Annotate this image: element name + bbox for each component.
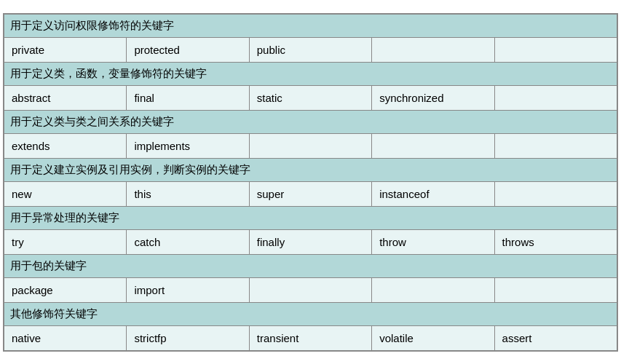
cell-4-0: try: [4, 229, 127, 254]
cell-5-1: import: [127, 277, 249, 302]
section-title-4: 用于异常处理的关键字: [4, 206, 617, 229]
section-title-1: 用于定义类，函数，变量修饰符的关键字: [4, 62, 617, 85]
section-header-5: 用于包的关键字: [4, 254, 617, 277]
cell-2-3: [372, 133, 494, 158]
cell-3-3: instanceof: [372, 181, 494, 206]
cell-1-2: static: [249, 85, 371, 110]
cell-0-2: public: [249, 37, 371, 62]
section-header-3: 用于定义建立实例及引用实例，判断实例的关键字: [4, 158, 617, 181]
cell-6-4: assert: [494, 325, 617, 350]
cell-3-1: this: [127, 181, 249, 206]
section-title-5: 用于包的关键字: [4, 254, 617, 277]
cell-0-3: [372, 37, 494, 62]
cell-6-1: strictfp: [127, 325, 249, 350]
section-data-3: newthissuperinstanceof: [4, 181, 617, 206]
section-title-6: 其他修饰符关键字: [4, 302, 617, 325]
cell-2-1: implements: [127, 133, 249, 158]
cell-4-1: catch: [127, 229, 249, 254]
cell-3-2: super: [249, 181, 371, 206]
cell-0-4: [494, 37, 617, 62]
section-title-0: 用于定义访问权限修饰符的关键字: [4, 14, 617, 37]
cell-2-4: [494, 133, 617, 158]
cell-4-4: throws: [494, 229, 617, 254]
section-data-4: trycatchfinallythrowthrows: [4, 229, 617, 254]
cell-6-0: native: [4, 325, 127, 350]
cell-5-3: [372, 277, 494, 302]
cell-3-0: new: [4, 181, 127, 206]
cell-0-0: private: [4, 37, 127, 62]
cell-5-4: [494, 277, 617, 302]
section-data-1: abstractfinalstaticsynchronized: [4, 85, 617, 110]
cell-4-3: throw: [372, 229, 494, 254]
section-title-2: 用于定义类与类之间关系的关键字: [4, 110, 617, 133]
cell-1-0: abstract: [4, 85, 127, 110]
section-data-2: extendsimplements: [4, 133, 617, 158]
section-data-5: packageimport: [4, 277, 617, 302]
section-header-6: 其他修饰符关键字: [4, 302, 617, 325]
cell-2-0: extends: [4, 133, 127, 158]
section-title-3: 用于定义建立实例及引用实例，判断实例的关键字: [4, 158, 617, 181]
section-header-4: 用于异常处理的关键字: [4, 206, 617, 229]
cell-0-1: protected: [127, 37, 249, 62]
cell-1-4: [494, 85, 617, 110]
cell-5-2: [249, 277, 371, 302]
cell-2-2: [249, 133, 371, 158]
cell-4-2: finally: [249, 229, 371, 254]
keyword-table: 用于定义访问权限修饰符的关键字privateprotectedpublic用于定…: [3, 13, 618, 352]
section-header-1: 用于定义类，函数，变量修饰符的关键字: [4, 62, 617, 85]
section-header-2: 用于定义类与类之间关系的关键字: [4, 110, 617, 133]
section-header-0: 用于定义访问权限修饰符的关键字: [4, 14, 617, 37]
cell-6-2: transient: [249, 325, 371, 350]
cell-5-0: package: [4, 277, 127, 302]
cell-1-3: synchronized: [372, 85, 494, 110]
cell-1-1: final: [127, 85, 249, 110]
section-data-6: nativestrictfptransientvolatileassert: [4, 325, 617, 350]
cell-3-4: [494, 181, 617, 206]
section-data-0: privateprotectedpublic: [4, 37, 617, 62]
cell-6-3: volatile: [372, 325, 494, 350]
